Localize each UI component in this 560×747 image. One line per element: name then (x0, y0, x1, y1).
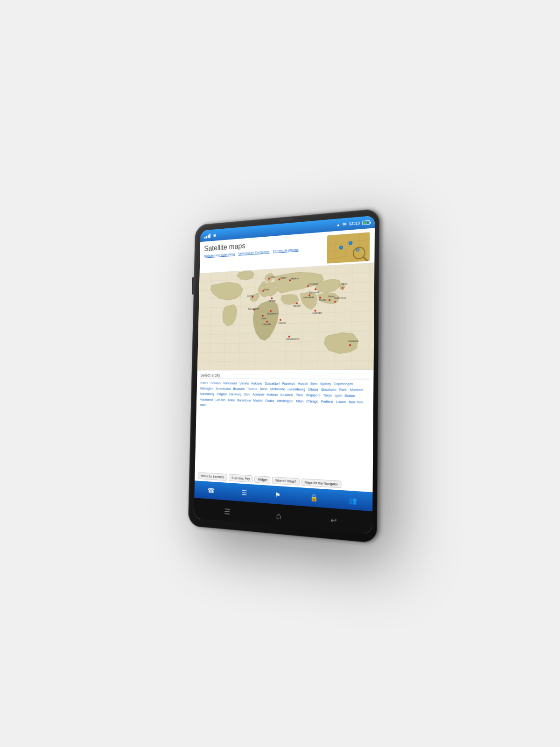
nav-lock-icon[interactable]: 🔒 (310, 493, 318, 502)
svg-text:Tallinn: Tallinn (280, 277, 287, 280)
city-zurich[interactable]: Zurich (200, 381, 208, 386)
city-madrid[interactable]: Madrid (253, 398, 263, 403)
city-chicago[interactable]: Chicago (306, 398, 318, 404)
city-section: Select a city Zurich Geneva Vancouver Vi… (195, 370, 374, 481)
tablet-wrapper: ▣ ▲ ✉ 12:13 (188, 208, 380, 543)
city-lyon[interactable]: Lyon (335, 393, 342, 399)
svg-text:Moskva: Moskva (291, 277, 299, 280)
svg-text:Canberra: Canberra (348, 340, 358, 343)
svg-text:Tokyo: Tokyo (341, 283, 348, 286)
svg-rect-0 (327, 232, 370, 263)
svg-text:Lisboa: Lisboa (247, 295, 253, 297)
city-paris[interactable]: Paris (296, 393, 303, 398)
city-helsinki[interactable]: Helsinki (267, 392, 278, 397)
city-section-title: Select a city (200, 373, 370, 380)
btn-navigator[interactable]: Maps for the Navigator (301, 479, 342, 488)
nav-menu-icon[interactable]: ☰ (241, 489, 247, 497)
city-aukland[interactable]: Aukland (251, 381, 262, 386)
map-area[interactable]: Oslo Tallinn Moskva Lisboa (197, 263, 375, 370)
city-munich[interactable]: Munich (297, 381, 308, 386)
city-geneva[interactable]: Geneva (210, 381, 221, 386)
screen: ▣ ▲ ✉ 12:13 (194, 216, 375, 534)
btn-travelers[interactable]: Maps for travelers (198, 472, 227, 481)
city-milan2[interactable]: Milan (200, 402, 207, 408)
city-bern[interactable]: Bern (310, 381, 317, 386)
nav-contacts-icon[interactable]: 👥 (349, 496, 357, 505)
btn-where[interactable]: Where? What? (272, 477, 300, 486)
battery-indicator (362, 220, 370, 225)
city-tokyo[interactable]: Tokyo (323, 393, 332, 398)
nav-flag-icon[interactable]: ⚑ (275, 491, 281, 499)
svg-text:N Djamena: N Djamena (267, 312, 278, 315)
city-grid: Zurich Geneva Vancouver Vienna Aukland D… (200, 381, 370, 411)
city-wellington[interactable]: Wellington (200, 386, 214, 391)
city-adelaide[interactable]: Adelaide (252, 392, 265, 397)
nav-link-mobile[interactable]: For mobile phones (273, 248, 299, 253)
city-brussels[interactable]: Brussels (233, 386, 245, 391)
btn-widget[interactable]: Widget (254, 476, 270, 484)
city-calgary[interactable]: Calgary (217, 392, 227, 397)
header-image (327, 232, 370, 263)
status-right: ▲ ✉ 12:13 (336, 220, 370, 227)
hw-home-btn[interactable]: ⌂ (276, 510, 281, 522)
city-boston[interactable]: Boston (344, 393, 355, 399)
hw-menu-btn[interactable]: ☰ (224, 507, 230, 516)
city-kobe[interactable]: Kobe (228, 397, 235, 402)
city-singapore[interactable]: Singapore (306, 393, 321, 398)
time-display: 12:13 (349, 221, 360, 226)
city-oslo[interactable]: Oslo (244, 392, 250, 397)
header-illustration (327, 232, 370, 263)
city-nuremberg[interactable]: Nuremberg (200, 392, 214, 397)
city-frankfurt[interactable]: Frankfurt (282, 381, 295, 386)
city-brisbane[interactable]: Brisbane (280, 392, 293, 398)
nav-phone-icon[interactable]: ☎ (207, 486, 214, 494)
city-amsterdam[interactable]: Amsterdam (216, 386, 231, 391)
svg-text:Paris: Paris (264, 288, 269, 291)
svg-text:Dushante: Dushante (309, 291, 320, 294)
hw-back-btn[interactable]: ↩ (330, 515, 337, 525)
city-luxembourg[interactable]: Luxembourg (287, 387, 305, 392)
signal-bars (204, 233, 210, 239)
city-portland[interactable]: Portland (321, 399, 333, 404)
city-toronto[interactable]: Toronto (247, 387, 257, 392)
svg-text:Hanoi: Hanoi (328, 295, 334, 298)
nav-link-computers[interactable]: Versions for Computers (238, 250, 270, 255)
city-berlin[interactable]: Berlin (260, 387, 268, 392)
world-map-svg: Oslo Tallinn Moskva Lisboa (197, 263, 375, 370)
city-barcelona[interactable]: Barcelona (237, 397, 251, 402)
city-montreal[interactable]: Montreal (350, 387, 363, 393)
city-copenhagen[interactable]: Copenhagen (334, 381, 353, 387)
svg-text:Nairobi: Nairobi (279, 322, 286, 324)
status-left: ▣ (204, 233, 217, 239)
svg-text:Hong Kong: Hong Kong (334, 296, 346, 299)
svg-text:Libreville: Libreville (263, 323, 272, 326)
city-newyork[interactable]: New York (349, 399, 363, 405)
sim-icon: ▣ (213, 233, 217, 237)
svg-text:Toshkent: Toshkent (309, 283, 319, 286)
city-london[interactable]: London (216, 397, 225, 402)
svg-text:Masqat: Masqat (293, 304, 301, 307)
city-hamburg[interactable]: Hamburg (229, 392, 241, 397)
city-ottawa[interactable]: Ottawa (308, 387, 318, 393)
city-stockholm[interactable]: Stockholm (321, 387, 336, 393)
battery-fill (363, 221, 367, 224)
city-yokohama[interactable]: Yokohama (200, 397, 213, 402)
city-washington[interactable]: Washington (277, 398, 293, 404)
wifi-icon: ▲ (336, 222, 340, 227)
nav-link-modules[interactable]: Modules and Extensions (204, 253, 235, 258)
web-content: Satellite maps Modules and Extensions Ve… (195, 228, 375, 492)
city-perth[interactable]: Perth (339, 387, 347, 393)
svg-text:Nouakchott: Nouakchott (248, 308, 259, 310)
city-melbourne[interactable]: Melbourne (270, 387, 285, 392)
city-lisbon[interactable]: Lisbon (336, 399, 346, 404)
city-sydney[interactable]: Sydney (320, 381, 331, 387)
city-vancouver[interactable]: Vancouver (223, 381, 237, 386)
btn-buy[interactable]: Buy now, Pay (229, 474, 253, 482)
city-milan[interactable]: Milan (296, 398, 303, 404)
city-osaka[interactable]: Osaka (265, 398, 274, 403)
city-dusseldorf[interactable]: Dusseldorf (265, 381, 280, 386)
svg-text:Antananarivo: Antananarivo (286, 338, 300, 341)
city-vienna[interactable]: Vienna (239, 381, 249, 386)
svg-text:Lome: Lome (261, 317, 266, 320)
tablet: ▣ ▲ ✉ 12:13 (188, 208, 380, 543)
